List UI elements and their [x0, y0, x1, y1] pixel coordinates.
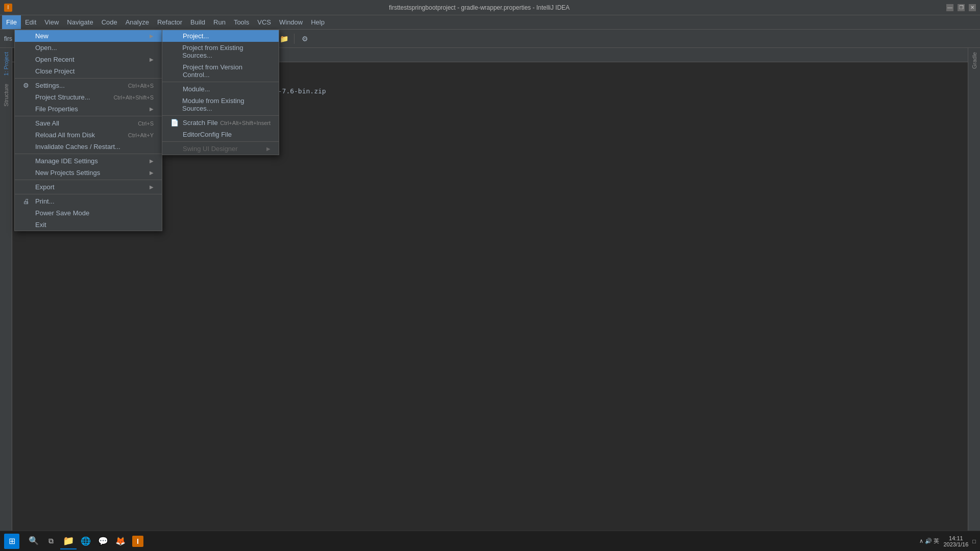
new-submenu-editorconfig[interactable]: EditorConfig File [162, 129, 279, 140]
scratch-label: Scratch File [183, 119, 218, 127]
file-props-arrow: ▶ [150, 106, 154, 112]
save-all-label: Save All [35, 119, 59, 127]
menu-item-exit[interactable]: Exit [15, 219, 162, 231]
export-label: Export [35, 183, 55, 191]
close-button[interactable]: ✕ [969, 4, 976, 11]
menu-analyze[interactable]: Analyze [121, 15, 153, 29]
menu-file[interactable]: File [2, 15, 21, 29]
save-all-shortcut: Ctrl+S [138, 120, 154, 127]
taskbar-firefox[interactable]: 🦊 [112, 533, 129, 549]
menu-item-invalidate[interactable]: Invalidate Caches / Restart... [15, 141, 162, 153]
proj-existing-label: Project from Existing Sources... [182, 44, 271, 59]
exit-label: Exit [35, 221, 46, 229]
menu-code[interactable]: Code [97, 15, 121, 29]
open-label: Open... [35, 44, 57, 52]
menu-run[interactable]: Run [209, 15, 230, 29]
menu-item-settings[interactable]: ⚙ Settings... Ctrl+Alt+S [15, 80, 162, 91]
taskbar-wechat[interactable]: 💬 [95, 533, 111, 549]
menu-edit[interactable]: Edit [21, 15, 40, 29]
module-existing-label: Module from Existing Sources... [182, 97, 271, 112]
taskbar-file-explorer[interactable]: 📁 [60, 533, 77, 549]
print-icon: 🖨 [23, 197, 31, 205]
menu-item-open[interactable]: Open... [15, 42, 162, 54]
manage-ide-label: Manage IDE Settings [35, 157, 98, 165]
menu-item-print[interactable]: 🖨 Print... [15, 195, 162, 207]
start-button[interactable]: ⊞ [4, 534, 19, 549]
menu-item-close-project[interactable]: Close Project [15, 65, 162, 77]
menu-sep-3 [15, 154, 162, 154]
new-submenu-module[interactable]: Module... [162, 83, 279, 95]
show-desktop[interactable]: □ [972, 538, 976, 544]
taskbar-edge[interactable]: 🌐 [78, 533, 94, 549]
menu-item-open-recent[interactable]: Open Recent ▶ [15, 54, 162, 65]
menu-item-project-structure[interactable]: Project Structure... Ctrl+Alt+Shift+S [15, 91, 162, 103]
new-arrow-icon: ▶ [150, 33, 154, 39]
swing-arrow: ▶ [266, 146, 271, 152]
project-structure-button[interactable]: 📁 [278, 33, 290, 45]
project-tab[interactable]: 1: Project [1, 48, 11, 80]
scratch-shortcut: Ctrl+Alt+Shift+Insert [220, 120, 271, 126]
app-icon: I [4, 4, 12, 12]
menu-item-export[interactable]: Export ▶ [15, 181, 162, 193]
menu-window[interactable]: Window [275, 15, 307, 29]
minimize-button[interactable]: — [946, 4, 953, 11]
new-sub-sep-3 [162, 141, 279, 142]
menu-help[interactable]: Help [307, 15, 329, 29]
menu-sep-5 [15, 194, 162, 194]
menubar: File Edit View Navigate Code Analyze Ref… [0, 15, 980, 30]
project-submenu-label: Project... [183, 32, 209, 40]
menu-item-save-all[interactable]: Save All Ctrl+S [15, 117, 162, 129]
menu-sep-4 [15, 180, 162, 180]
module-label: Module... [183, 85, 210, 93]
menu-build[interactable]: Build [186, 15, 209, 29]
file-menu-dropdown: New ▶ Open... Open Recent ▶ Close Projec… [14, 30, 162, 231]
swing-label: Swing UI Designer [183, 145, 238, 153]
menu-item-new-projects-settings[interactable]: New Projects Settings ▶ [15, 167, 162, 179]
taskbar-tray: ∧ 🔊 英 [919, 537, 939, 545]
proj-vcs-label: Project from Version Control... [183, 63, 271, 79]
print-label: Print... [35, 197, 55, 205]
project-label: firs [4, 35, 12, 42]
maximize-button[interactable]: ❐ [958, 4, 965, 11]
power-save-label: Power Save Mode [35, 209, 89, 217]
open-recent-arrow: ▶ [150, 57, 154, 62]
new-submenu-swing: Swing UI Designer ▶ [162, 143, 279, 155]
menu-tools[interactable]: Tools [230, 15, 253, 29]
new-submenu-project-vcs[interactable]: Project from Version Control... [162, 61, 279, 81]
vertical-tabs-panel: 1: Project Structure [0, 48, 12, 545]
new-submenu-module-existing[interactable]: Module from Existing Sources... [162, 95, 279, 114]
new-submenu-scratch[interactable]: 📄 Scratch File Ctrl+Alt+Shift+Insert [162, 117, 279, 129]
editorconfig-label: EditorConfig File [183, 131, 232, 138]
structure-tab[interactable]: Structure [1, 80, 11, 111]
taskbar-task-view[interactable]: ⧉ [43, 533, 59, 549]
new-projects-label: New Projects Settings [35, 169, 100, 177]
menu-vcs[interactable]: VCS [253, 15, 275, 29]
menu-refactor[interactable]: Refactor [153, 15, 186, 29]
settings-menu-icon: ⚙ [23, 82, 31, 89]
new-submenu-project-existing[interactable]: Project from Existing Sources... [162, 42, 279, 61]
taskbar-search[interactable]: 🔍 [26, 533, 42, 549]
titlebar: I firsttestspringbootproject - gradle-wr… [0, 0, 980, 15]
export-arrow: ▶ [150, 184, 154, 190]
menu-item-power-save[interactable]: Power Save Mode [15, 207, 162, 219]
settings-button[interactable]: ⚙ [299, 33, 311, 45]
gradle-tab[interactable]: Gradle [969, 48, 979, 73]
taskbar-intellij[interactable]: I [130, 533, 146, 549]
menu-item-reload[interactable]: Reload All from Disk Ctrl+Alt+Y [15, 129, 162, 141]
right-sidebar: Gradle 🗄 [968, 48, 980, 545]
menu-item-file-properties[interactable]: File Properties ▶ [15, 103, 162, 115]
menu-item-new[interactable]: New ▶ [15, 30, 162, 42]
settings-shortcut: Ctrl+Alt+S [128, 83, 154, 89]
project-structure-shortcut: Ctrl+Alt+Shift+S [113, 94, 154, 101]
new-sub-sep-1 [162, 82, 279, 82]
menu-view[interactable]: View [40, 15, 63, 29]
toolbar-sep-6 [294, 34, 295, 44]
new-label: New [35, 32, 48, 40]
menu-navigate[interactable]: Navigate [63, 15, 97, 29]
settings-label: Settings... [35, 82, 65, 89]
menu-item-manage-ide[interactable]: Manage IDE Settings ▶ [15, 155, 162, 167]
taskbar-clock[interactable]: 14:11 2023/1/16 [943, 535, 968, 547]
manage-ide-arrow: ▶ [150, 158, 154, 164]
reload-shortcut: Ctrl+Alt+Y [128, 132, 154, 138]
new-submenu-project[interactable]: Project... [162, 30, 279, 42]
